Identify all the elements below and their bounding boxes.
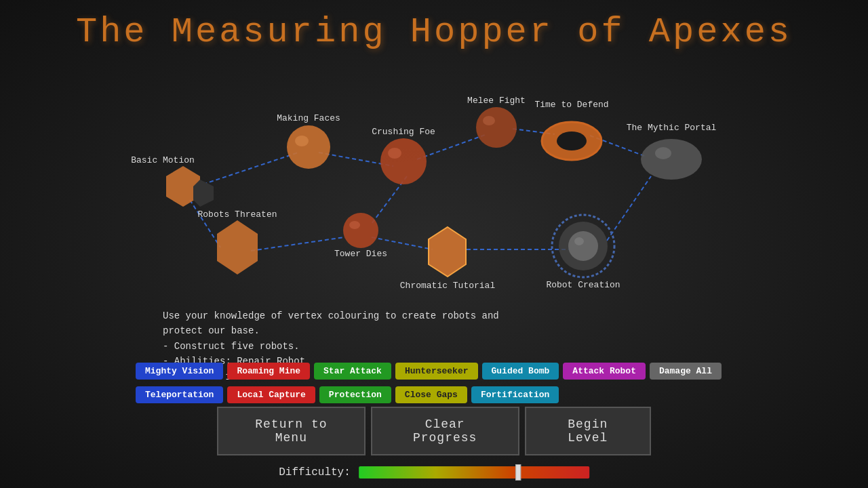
svg-line-6 bbox=[372, 237, 433, 249]
page-title: The Measuring Hopper of Apexes bbox=[0, 12, 868, 52]
svg-point-29 bbox=[574, 237, 584, 245]
svg-line-1 bbox=[190, 200, 220, 247]
abilities-area: Mighty Vision Roaming Mine Star Attack H… bbox=[136, 363, 726, 406]
svg-line-0 bbox=[197, 152, 298, 186]
bottom-buttons: Return to Menu Clear Progress Begin Leve… bbox=[217, 407, 651, 455]
begin-level-button[interactable]: Begin Level bbox=[525, 407, 651, 455]
svg-point-21 bbox=[483, 116, 495, 125]
ability-mighty-vision[interactable]: Mighty Vision bbox=[136, 363, 223, 380]
svg-point-31 bbox=[655, 147, 671, 159]
ability-fortification[interactable]: Fortification bbox=[471, 386, 559, 403]
difficulty-bar-container[interactable] bbox=[359, 466, 589, 479]
difficulty-label: Difficulty: bbox=[279, 466, 351, 479]
svg-point-13 bbox=[287, 125, 330, 169]
label-tower-dies: Tower Dies bbox=[334, 249, 387, 259]
svg-line-10 bbox=[607, 176, 651, 241]
ability-row-2: Teleportation Local Capture Protection C… bbox=[136, 386, 559, 403]
info-line-2: - Construct five robots. bbox=[163, 341, 300, 352]
ability-protection[interactable]: Protection bbox=[319, 386, 391, 403]
svg-marker-12 bbox=[193, 180, 214, 207]
svg-point-17 bbox=[388, 148, 401, 159]
svg-point-24 bbox=[557, 131, 587, 150]
label-mythic-portal: The Mythic Portal bbox=[627, 123, 717, 133]
info-line-1: Use your knowledge of vertex colouring t… bbox=[163, 310, 499, 336]
ability-guided-bomb[interactable]: Guided Bomb bbox=[482, 363, 559, 380]
ability-star-attack[interactable]: Star Attack bbox=[314, 363, 391, 380]
label-crushing-foe: Crushing Foe bbox=[372, 127, 435, 137]
ability-teleportation[interactable]: Teleportation bbox=[136, 386, 223, 403]
svg-point-20 bbox=[476, 107, 517, 148]
label-chromatic-tutorial: Chromatic Tutorial bbox=[400, 281, 496, 291]
label-robots-threaten: Robots Threaten bbox=[197, 209, 277, 220]
svg-marker-15 bbox=[217, 220, 258, 274]
clear-progress-button[interactable]: Clear Progress bbox=[371, 407, 519, 455]
map-area: Basic Motion Making Faces Robots Threate… bbox=[108, 88, 766, 312]
label-melee-fight: Melee Fight bbox=[467, 96, 526, 106]
return-to-menu-button[interactable]: Return to Menu bbox=[217, 407, 366, 455]
svg-point-30 bbox=[641, 139, 702, 180]
svg-line-3 bbox=[251, 237, 344, 251]
svg-point-19 bbox=[349, 221, 360, 229]
label-making-faces: Making Faces bbox=[277, 113, 340, 123]
map-svg: Basic Motion Making Faces Robots Threate… bbox=[108, 88, 766, 312]
ability-damage-all[interactable]: Damage All bbox=[650, 363, 722, 380]
ability-hunterseeker[interactable]: Hunterseeker bbox=[395, 363, 478, 380]
ability-roaming-mine[interactable]: Roaming Mine bbox=[227, 363, 310, 380]
ability-row-1: Mighty Vision Roaming Mine Star Attack H… bbox=[136, 363, 722, 380]
ability-attack-robot[interactable]: Attack Robot bbox=[563, 363, 646, 380]
svg-marker-22 bbox=[429, 227, 466, 277]
svg-point-14 bbox=[295, 136, 309, 146]
svg-point-28 bbox=[568, 231, 598, 261]
label-time-to-defend: Time to Defend bbox=[534, 100, 608, 110]
ability-local-capture[interactable]: Local Capture bbox=[227, 386, 315, 403]
label-robot-creation: Robot Creation bbox=[546, 280, 620, 290]
difficulty-marker[interactable] bbox=[515, 464, 521, 481]
svg-line-4 bbox=[417, 134, 487, 159]
ability-close-gaps[interactable]: Close Gaps bbox=[395, 386, 467, 403]
difficulty-area: Difficulty: bbox=[279, 466, 589, 479]
svg-point-18 bbox=[343, 213, 378, 248]
label-basic-motion: Basic Motion bbox=[131, 155, 195, 165]
svg-point-16 bbox=[380, 138, 427, 184]
difficulty-bar-background bbox=[359, 466, 589, 479]
